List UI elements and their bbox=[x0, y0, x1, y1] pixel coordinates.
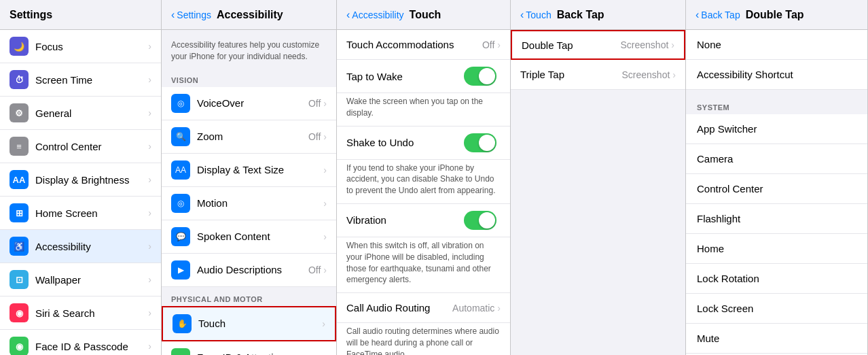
sidebar-item-label-general: General bbox=[35, 107, 148, 119]
col3-item-vibration[interactable]: Vibration bbox=[337, 204, 510, 237]
col5-label-mute: Mute bbox=[697, 333, 856, 344]
sidebar-item-label-control-center: Control Center bbox=[35, 141, 148, 152]
accessibility-icon: ♿ bbox=[10, 237, 29, 256]
sidebar-item-label-display-brightness: Display & Brightness bbox=[35, 174, 148, 186]
col5-item-control-center[interactable]: Control Center bbox=[686, 174, 867, 204]
col2-item-zoom[interactable]: 🔍ZoomOff› bbox=[162, 120, 336, 154]
col5-back-chevron: ‹ bbox=[695, 9, 699, 21]
home-screen-icon: ⊞ bbox=[10, 203, 29, 222]
sidebar-item-chevron-control-center: › bbox=[148, 141, 151, 152]
col2-label-motion: Motion bbox=[197, 197, 323, 209]
col5-label-accessibility-shortcut: Accessibility Shortcut bbox=[697, 69, 856, 80]
col5-item-mute[interactable]: Mute bbox=[686, 324, 867, 354]
sidebar-item-wallpaper[interactable]: ⊡Wallpaper› bbox=[0, 263, 161, 297]
col2-icon-motion: ◎ bbox=[171, 194, 190, 213]
col4-title: Back Tap bbox=[557, 9, 604, 21]
col3-back-chevron: ‹ bbox=[346, 9, 350, 21]
screen-time-icon: ⏱ bbox=[10, 70, 29, 89]
col5-label-flashlight: Flashlight bbox=[697, 213, 856, 224]
general-icon: ⚙ bbox=[10, 103, 29, 122]
col5-label-home: Home bbox=[697, 243, 856, 254]
col2-item-audio-descriptions[interactable]: ▶Audio DescriptionsOff› bbox=[162, 254, 336, 287]
col5-header: ‹ Back Tap Double Tap bbox=[686, 0, 867, 30]
col5-item-flashlight[interactable]: Flashlight bbox=[686, 204, 867, 234]
col4-list: Double TapScreenshot›Triple TapScreensho… bbox=[511, 30, 685, 355]
col4-back-chevron: ‹ bbox=[520, 9, 524, 21]
col2-item-display-text-size[interactable]: AADisplay & Text Size› bbox=[162, 154, 336, 187]
col2-back-button[interactable]: ‹ Settings bbox=[171, 9, 211, 21]
sidebar-item-accessibility[interactable]: ♿Accessibility› bbox=[0, 230, 161, 263]
sidebar-item-general[interactable]: ⚙General› bbox=[0, 97, 161, 130]
focus-icon: 🌙 bbox=[10, 37, 29, 56]
sidebar-item-chevron-face-id: › bbox=[148, 341, 151, 352]
col4-back-button[interactable]: ‹ Touch bbox=[520, 9, 551, 21]
col3-desc-tap-to-wake: Wake the screen when you tap on the disp… bbox=[337, 93, 510, 126]
sidebar-item-chevron-screen-time: › bbox=[148, 74, 151, 85]
col5-item-lock-screen[interactable]: Lock Screen bbox=[686, 294, 867, 324]
col2-item-touch[interactable]: ✋Touch› bbox=[162, 306, 336, 341]
col2-icon-voiceover: ◎ bbox=[171, 94, 190, 113]
sidebar-item-display-brightness[interactable]: AADisplay & Brightness› bbox=[0, 163, 161, 197]
col5-back-button[interactable]: ‹ Back Tap bbox=[695, 9, 740, 21]
col1-header: Settings bbox=[0, 0, 161, 30]
col5-item-app-switcher[interactable]: App Switcher bbox=[686, 114, 867, 144]
col3-value-call-audio-routing: Automatic bbox=[452, 303, 494, 314]
sidebar-item-chevron-wallpaper: › bbox=[148, 274, 151, 285]
col3-item-shake-to-undo[interactable]: Shake to Undo bbox=[337, 126, 510, 160]
col2-back-label: Settings bbox=[177, 10, 211, 20]
col1-title: Settings bbox=[10, 9, 52, 21]
col3-desc-vibration: When this switch is off, all vibration o… bbox=[337, 237, 510, 293]
sidebar-item-screen-time[interactable]: ⏱Screen Time› bbox=[0, 63, 161, 97]
col3-toggle-shake-to-undo[interactable] bbox=[464, 133, 496, 152]
col4-item-double-tap[interactable]: Double TapScreenshot› bbox=[511, 30, 685, 60]
col2-chevron-audio-descriptions: › bbox=[323, 265, 327, 275]
col2-list: Accessibility features help you customiz… bbox=[162, 30, 336, 355]
col2-label-display-text-size: Display & Text Size bbox=[197, 164, 323, 175]
col4-header: ‹ Touch Back Tap bbox=[511, 0, 685, 30]
col5-item-home[interactable]: Home bbox=[686, 234, 867, 264]
col2-chevron-display-text-size: › bbox=[323, 165, 327, 175]
col3-back-button[interactable]: ‹ Accessibility bbox=[346, 9, 404, 21]
col5-system-header: SYSTEM bbox=[686, 90, 867, 114]
col3-item-call-audio-routing[interactable]: Call Audio RoutingAutomatic› bbox=[337, 293, 510, 323]
col2-chevron-zoom: › bbox=[323, 131, 327, 142]
siri-search-icon: ◉ bbox=[10, 303, 29, 322]
sidebar-item-control-center[interactable]: ≡Control Center› bbox=[0, 130, 161, 163]
col2-value-zoom: Off bbox=[308, 131, 321, 142]
col2-description: Accessibility features help you customiz… bbox=[162, 30, 336, 68]
col2-chevron-touch: › bbox=[322, 318, 325, 329]
col3-label-vibration: Vibration bbox=[346, 214, 464, 226]
col4-label-double-tap: Double Tap bbox=[522, 39, 621, 51]
sidebar-item-label-wallpaper: Wallpaper bbox=[35, 274, 148, 286]
col2-item-voiceover[interactable]: ◎VoiceOverOff› bbox=[162, 87, 336, 120]
col3-item-touch-accommodations[interactable]: Touch AccommodationsOff› bbox=[337, 30, 510, 60]
col5-item-lock-rotation[interactable]: Lock Rotation bbox=[686, 264, 867, 294]
col3-toggle-tap-to-wake[interactable] bbox=[464, 67, 496, 86]
col2-icon-display-text-size: AA bbox=[171, 160, 190, 180]
col5-list: NoneAccessibility ShortcutSYSTEMApp Swit… bbox=[686, 30, 867, 355]
col2-item-spoken-content[interactable]: 💬Spoken Content› bbox=[162, 220, 336, 254]
col3-label-touch-accommodations: Touch Accommodations bbox=[346, 39, 482, 50]
col2-item-motion[interactable]: ◎Motion› bbox=[162, 187, 336, 220]
col2-value-voiceover: Off bbox=[308, 98, 321, 109]
col2-icon-audio-descriptions: ▶ bbox=[171, 260, 190, 280]
col3-item-tap-to-wake[interactable]: Tap to Wake bbox=[337, 60, 510, 93]
col2-chevron-voiceover: › bbox=[323, 98, 327, 109]
col3-label-call-audio-routing: Call Audio Routing bbox=[346, 302, 452, 314]
sidebar-item-focus[interactable]: 🌙Focus› bbox=[0, 30, 161, 63]
col5-item-camera[interactable]: Camera bbox=[686, 144, 867, 174]
col5-item-accessibility-shortcut[interactable]: Accessibility Shortcut bbox=[686, 60, 867, 90]
col3-toggle-vibration[interactable] bbox=[464, 211, 496, 230]
col3-title: Touch bbox=[410, 9, 441, 21]
col2-label-audio-descriptions: Audio Descriptions bbox=[197, 264, 308, 275]
col5-item-none[interactable]: None bbox=[686, 30, 867, 60]
settings-column: Settings 🌙Focus›⏱Screen Time›⚙General›≡C… bbox=[0, 0, 162, 355]
col5-label-lock-screen: Lock Screen bbox=[697, 303, 856, 314]
sidebar-item-home-screen[interactable]: ⊞Home Screen› bbox=[0, 197, 161, 230]
col4-item-triple-tap[interactable]: Triple TapScreenshot› bbox=[511, 60, 685, 90]
col2-title: Accessibility bbox=[217, 9, 283, 21]
sidebar-item-face-id[interactable]: ◉Face ID & Passcode› bbox=[0, 330, 161, 355]
sidebar-item-siri-search[interactable]: ◉Siri & Search› bbox=[0, 297, 161, 330]
col2-label-face-id-attention: Face ID & Attention bbox=[197, 352, 323, 355]
col2-item-face-id-attention[interactable]: ◉Face ID & Attention› bbox=[162, 341, 336, 355]
